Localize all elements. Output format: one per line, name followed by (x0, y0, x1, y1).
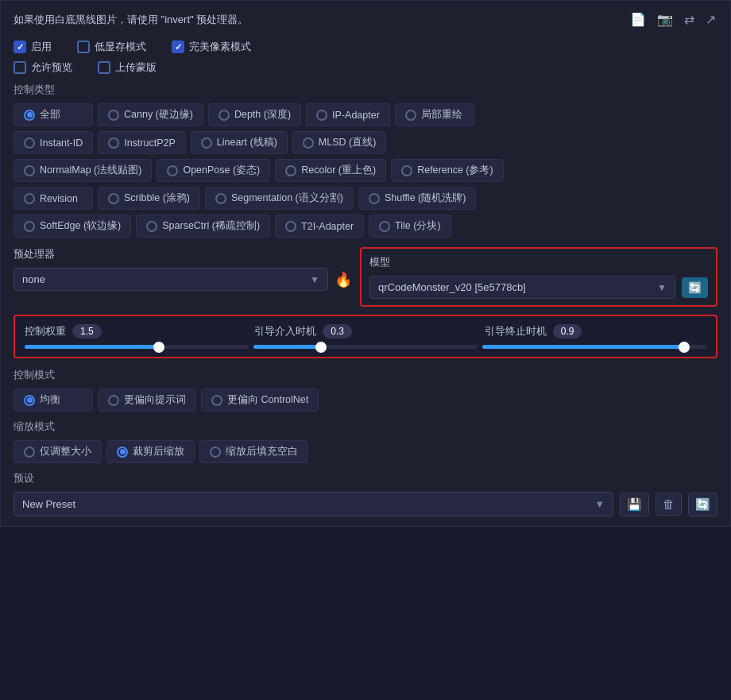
crop-label: 裁剪后缩放 (133, 445, 184, 458)
radio-softedge[interactable]: SoftEdge (软边缘) (14, 215, 131, 238)
model-refresh-button[interactable]: 🔄 (682, 277, 708, 298)
radio-shuffle-circle (369, 193, 380, 204)
radio-seg-circle (215, 193, 226, 204)
radio-instant-circle (24, 137, 35, 149)
preprocessor-section: 预处理器 none ▼ 🔥 (14, 247, 352, 307)
fill-circle (210, 447, 221, 458)
guidance-end-track[interactable] (482, 345, 706, 349)
radio-tile[interactable]: Tile (分块) (369, 215, 451, 238)
enable-checkbox[interactable]: 启用 (14, 40, 52, 54)
control-weight-track[interactable] (25, 345, 249, 349)
radio-sparse-circle (146, 221, 157, 232)
preprocessor-select-row: none ▼ 🔥 (14, 268, 352, 291)
preset-arrow-icon: ▼ (594, 498, 605, 510)
external-icon-btn[interactable]: ↗ (704, 10, 717, 29)
radio-normalmap[interactable]: NormalMap (法线贴图) (14, 159, 152, 182)
control-mode-controlnet[interactable]: 更偏向 ControlNet (201, 389, 319, 412)
radio-revision[interactable]: Revision (14, 187, 93, 210)
radio-revision-circle (24, 193, 35, 204)
radio-mlsd-circle (303, 137, 314, 149)
enable-checkbox-box[interactable] (14, 41, 26, 53)
preset-label: 预设 (14, 471, 717, 485)
radio-scribble-label: Scribble (涂鸦) (124, 191, 190, 205)
perfect-pixel-checkbox[interactable]: 完美像素模式 (172, 40, 251, 54)
balanced-circle (24, 395, 35, 406)
guidance-end-fill (482, 345, 684, 349)
control-weight-fill (25, 345, 159, 349)
allow-preview-label: 允许预览 (31, 60, 72, 75)
radio-normalmap-circle (24, 165, 35, 176)
zoom-crop[interactable]: 裁剪后缩放 (106, 440, 195, 463)
radio-reference-circle (401, 165, 412, 176)
control-mode-label: 控制模式 (14, 368, 717, 382)
radio-reference[interactable]: Reference (参考) (391, 159, 503, 182)
radio-softedge-label: SoftEdge (软边缘) (40, 219, 121, 233)
preset-value: New Preset (22, 498, 75, 510)
radio-shuffle[interactable]: Shuffle (随机洗牌) (358, 187, 477, 210)
radio-all[interactable]: 全部 (14, 103, 93, 126)
radio-instructp2p-circle (108, 137, 119, 149)
guidance-start-group: 引导介入时机 0.3 (254, 324, 476, 338)
radio-lineart[interactable]: Lineart (线稿) (191, 131, 288, 154)
allow-preview-checkbox[interactable]: 允许预览 (14, 60, 72, 75)
preset-save-button[interactable]: 💾 (620, 493, 649, 516)
radio-all-circle (24, 110, 35, 121)
radio-recolor-label: Recolor (重上色) (301, 164, 376, 177)
preset-delete-button[interactable]: 🗑 (656, 493, 682, 516)
radio-instant-label: Instant-ID (40, 137, 83, 149)
upload-pro-checkbox-box[interactable] (98, 61, 110, 74)
zoom-mode-section: 缩放模式 仅调整大小 裁剪后缩放 缩放后填充空白 (14, 420, 717, 463)
low-memory-checkbox[interactable]: 低显存模式 (77, 40, 146, 54)
allow-preview-checkbox-box[interactable] (14, 61, 26, 74)
radio-recolor[interactable]: Recolor (重上色) (275, 159, 386, 182)
notice-row: 如果使用白底黑线图片，请使用 "invert" 预处理器。 📄 📷 ⇄ ↗ (14, 10, 717, 29)
guidance-end-value: 0.9 (553, 324, 582, 338)
radio-segmentation[interactable]: Segmentation (语义分割) (205, 187, 354, 210)
radio-sparsectrl[interactable]: SparseCtrl (稀疏控制) (136, 215, 270, 238)
control-mode-balanced[interactable]: 均衡 (14, 389, 93, 412)
swap-icon-btn[interactable]: ⇄ (683, 10, 696, 29)
radio-instructp2p[interactable]: InstructP2P (98, 131, 186, 154)
perfect-pixel-checkbox-box[interactable] (172, 41, 184, 53)
guidance-end-thumb[interactable] (679, 342, 690, 353)
radio-depth[interactable]: Depth (深度) (208, 103, 301, 126)
guidance-end-group: 引导终止时机 0.9 (485, 324, 706, 338)
radio-sparse-label: SparseCtrl (稀疏控制) (162, 219, 260, 233)
model-title: 模型 (369, 255, 708, 269)
top-icons: 📄 📷 ⇄ ↗ (629, 10, 717, 29)
controlnet-label: 更偏向 ControlNet (227, 393, 308, 407)
slider-tracks-row (25, 345, 706, 349)
control-type-row-1: 全部 Canny (硬边缘) Depth (深度) IP-Adapter 局部重… (14, 103, 717, 126)
zoom-mode-label: 缩放模式 (14, 420, 717, 434)
radio-ip-circle (316, 110, 327, 121)
preprocessor-select[interactable]: none ▼ (14, 268, 328, 291)
preprocessor-value: none (22, 273, 45, 285)
control-weight-thumb[interactable] (153, 342, 164, 353)
document-icon-btn[interactable]: 📄 (629, 10, 648, 29)
radio-openpose[interactable]: OpenPose (姿态) (157, 159, 270, 182)
control-mode-prompt[interactable]: 更偏向提示词 (98, 389, 196, 412)
radio-openpose-circle (167, 165, 178, 176)
preset-select[interactable]: New Preset ▼ (14, 492, 613, 516)
zoom-resize[interactable]: 仅调整大小 (14, 440, 102, 463)
guidance-start-track[interactable] (253, 345, 478, 349)
zoom-fill[interactable]: 缩放后填充空白 (199, 440, 308, 463)
radio-local-redraw[interactable]: 局部重绘 (395, 103, 474, 126)
radio-mlsd[interactable]: MLSD (直线) (292, 131, 387, 154)
radio-scribble[interactable]: Scribble (涂鸦) (98, 187, 200, 210)
preprocessor-title: 预处理器 (14, 247, 352, 261)
radio-ip-adapter[interactable]: IP-Adapter (306, 103, 390, 126)
model-select[interactable]: qrCodeMonster_v20 [5e5778cb] ▼ (369, 276, 675, 299)
radio-canny[interactable]: Canny (硬边缘) (98, 103, 203, 126)
low-memory-checkbox-box[interactable] (77, 41, 90, 53)
radio-t2i[interactable]: T2I-Adapter (275, 215, 364, 238)
guidance-start-thumb[interactable] (315, 342, 327, 353)
radio-instant-id[interactable]: Instant-ID (14, 131, 93, 154)
camera-icon-btn[interactable]: 📷 (656, 10, 675, 29)
perfect-pixel-label: 完美像素模式 (189, 40, 251, 54)
control-weight-group: 控制权重 1.5 (25, 324, 246, 338)
preset-refresh-button[interactable]: 🔄 (688, 493, 717, 516)
control-type-row-5: SoftEdge (软边缘) SparseCtrl (稀疏控制) T2I-Ada… (14, 215, 717, 238)
upload-pro-checkbox[interactable]: 上传蒙版 (98, 60, 157, 75)
radio-softedge-circle (24, 221, 35, 232)
